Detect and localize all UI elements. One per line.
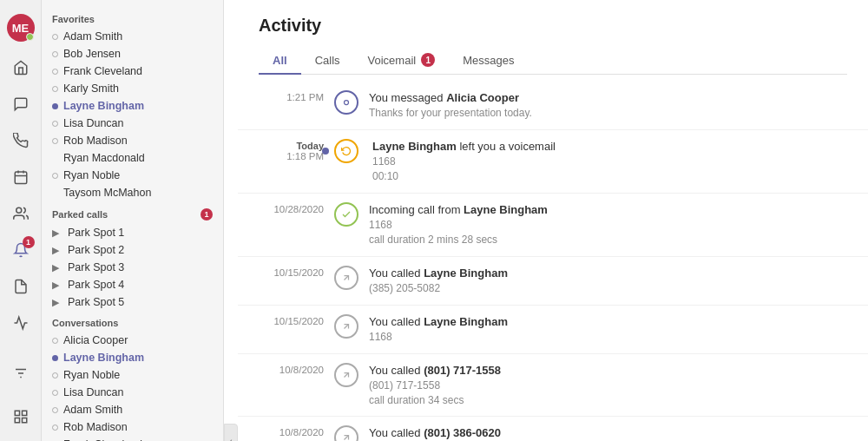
sidebar-item-label: Rob Madison <box>63 421 128 433</box>
activity-icon-outgoing <box>334 425 358 441</box>
sidebar-item-alicia-cooper[interactable]: Alicia Cooper <box>42 332 223 349</box>
tab-calls[interactable]: Calls <box>301 46 354 74</box>
svg-line-13 <box>345 275 349 280</box>
filter-icon[interactable] <box>3 356 38 391</box>
sidebar-item-adam-smith[interactable]: Adam Smith <box>42 28 223 45</box>
park-icon: ▶ <box>52 297 62 308</box>
sidebar-item-lisa-duncan[interactable]: Lisa Duncan <box>42 115 223 132</box>
activity-body: You called (801) 386-0620 (801) 386-0620… <box>369 425 847 441</box>
sidebar-item-park-spot-1[interactable]: ▶ Park Spot 1 <box>42 224 223 241</box>
activity-list: 1:21 PM You messaged Alicia Cooper Thank… <box>238 75 868 441</box>
sidebar-item-rob-madison-conv[interactable]: Rob Madison <box>42 418 223 436</box>
home-icon[interactable] <box>3 50 38 85</box>
activity-time: 1:21 PM <box>259 90 324 102</box>
sidebar-item-park-spot-3[interactable]: ▶ Park Spot 3 <box>42 259 223 276</box>
chat-icon[interactable] <box>3 87 38 122</box>
svg-line-14 <box>345 324 349 328</box>
activity-item[interactable]: Today 1:18 PM Layne Bingham left you a v… <box>238 130 868 194</box>
activity-item[interactable]: 10/28/2020 Incoming call from Layne Bing… <box>238 194 868 257</box>
sidebar-item-label: Alicia Cooper <box>63 334 128 346</box>
activity-item[interactable]: 10/8/2020 You called (801) 386-0620 (801… <box>238 417 868 441</box>
activity-time: 10/28/2020 <box>259 202 324 214</box>
status-indicator <box>52 407 58 413</box>
sidebar-item-label: Ryan Noble <box>63 369 120 381</box>
activity-badge: 1 <box>23 236 35 248</box>
tab-messages[interactable]: Messages <box>449 46 528 74</box>
files-icon[interactable] <box>3 269 38 304</box>
status-indicator <box>52 51 58 57</box>
activity-main: Incoming call from Layne Bingham <box>369 202 847 218</box>
sidebar-item-lisa-duncan-conv[interactable]: Lisa Duncan <box>42 384 223 401</box>
activity-item[interactable]: 10/15/2020 You called Layne Bingham 1168 <box>238 306 868 354</box>
teams-icon[interactable] <box>3 196 38 231</box>
activity-item[interactable]: 10/8/2020 You called (801) 717-1558 (801… <box>238 354 868 418</box>
sidebar-item-label: Adam Smith <box>63 404 122 416</box>
today-label: Today <box>259 141 324 151</box>
sidebar-item-frank-cleveland[interactable]: Frank Cleveland <box>42 63 223 80</box>
sidebar-collapse-button[interactable]: ‹ <box>224 424 238 441</box>
activity-body: You called (801) 717-1558 (801) 717-1558… <box>369 363 847 408</box>
status-indicator <box>52 34 58 40</box>
app-wrapper: ME 1 <box>0 0 868 441</box>
sidebar-item-layne-bingham-conv[interactable]: Layne Bingham <box>42 349 223 366</box>
tab-all[interactable]: All <box>259 46 301 74</box>
sidebar-scroll: Favorites Adam Smith Bob Jensen Frank Cl… <box>42 0 223 441</box>
icon-rail: ME 1 <box>0 0 42 441</box>
activity-body: You called Layne Bingham 1168 <box>369 314 847 345</box>
sidebar-item-rob-madison[interactable]: Rob Madison <box>42 132 223 149</box>
sidebar-item-park-spot-5[interactable]: ▶ Park Spot 5 <box>42 293 223 311</box>
grid-apps-icon[interactable] <box>3 399 38 434</box>
time-value: 1:18 PM <box>259 151 324 161</box>
activity-sub: (385) 205-5082 <box>369 281 847 296</box>
activity-time: 10/15/2020 <box>259 314 324 326</box>
activity-sub: 116800:10 <box>372 155 847 184</box>
activity-icon-message <box>334 90 358 115</box>
online-indicator <box>26 33 34 41</box>
sidebar-item-label: Taysom McMahon <box>63 187 151 199</box>
analytics-icon[interactable] <box>3 306 38 340</box>
activity-time: 10/15/2020 <box>259 266 324 278</box>
sidebar-item-bob-jensen[interactable]: Bob Jensen <box>42 45 223 63</box>
sidebar-item-taysom-mcmahon[interactable]: Taysom McMahon <box>42 184 223 201</box>
avatar[interactable]: ME <box>7 14 35 42</box>
sidebar-item-label: Park Spot 1 <box>68 227 124 239</box>
park-icon: ▶ <box>52 227 62 239</box>
activity-main: You called (801) 386-0620 <box>369 425 847 441</box>
sidebar-item-ryan-noble-conv[interactable]: Ryan Noble <box>42 366 223 384</box>
calendar-icon[interactable] <box>3 160 38 194</box>
main-content: Activity All Calls Voicemail 1 Messages … <box>238 0 868 441</box>
sidebar-item-karly-smith[interactable]: Karly Smith <box>42 80 223 97</box>
activity-body: Layne Bingham left you a voicemail 11680… <box>372 139 847 184</box>
status-indicator <box>52 425 58 431</box>
sidebar-item-label: Park Spot 5 <box>68 296 124 308</box>
sidebar-item-layne-bingham[interactable]: Layne Bingham <box>42 97 223 115</box>
sidebar-item-adam-smith-conv[interactable]: Adam Smith <box>42 401 223 418</box>
status-indicator <box>52 173 58 179</box>
park-icon: ▶ <box>52 245 62 256</box>
sidebar-item-label: Park Spot 3 <box>68 261 124 273</box>
sidebar-item-park-spot-2[interactable]: ▶ Park Spot 2 <box>42 241 223 259</box>
svg-rect-9 <box>22 411 26 415</box>
tab-voicemail[interactable]: Voicemail 1 <box>354 46 450 74</box>
activity-icon[interactable]: 1 <box>3 233 38 267</box>
activity-body: Incoming call from Layne Bingham 1168cal… <box>369 202 847 247</box>
activity-icon-outgoing <box>334 266 358 290</box>
activity-icon-outgoing <box>334 363 358 387</box>
park-icon: ▶ <box>52 280 62 291</box>
sidebar-item-label: Rob Madison <box>63 135 128 147</box>
activity-icon-outgoing <box>334 314 358 339</box>
sidebar-item-frank-cleveland-conv[interactable]: Frank Cleveland <box>42 436 223 441</box>
sidebar-item-ryan-macdonald[interactable]: Ryan Macdonald <box>42 149 223 167</box>
sidebar-item-ryan-noble[interactable]: Ryan Noble <box>42 167 223 184</box>
main-header: Activity All Calls Voicemail 1 Messages <box>238 0 868 75</box>
tab-bar: All Calls Voicemail 1 Messages <box>259 46 847 75</box>
activity-item[interactable]: 1:21 PM You messaged Alicia Cooper Thank… <box>238 82 868 130</box>
svg-point-4 <box>16 207 21 213</box>
sidebar-item-label: Adam Smith <box>63 30 122 43</box>
activity-icon-voicemail <box>334 139 358 163</box>
sidebar-item-park-spot-4[interactable]: ▶ Park Spot 4 <box>42 276 223 293</box>
phone-icon[interactable] <box>3 123 38 158</box>
activity-main: You messaged Alicia Cooper <box>369 90 847 106</box>
sidebar-item-label: Karly Smith <box>63 82 119 95</box>
activity-item[interactable]: 10/15/2020 You called Layne Bingham (385… <box>238 257 868 306</box>
